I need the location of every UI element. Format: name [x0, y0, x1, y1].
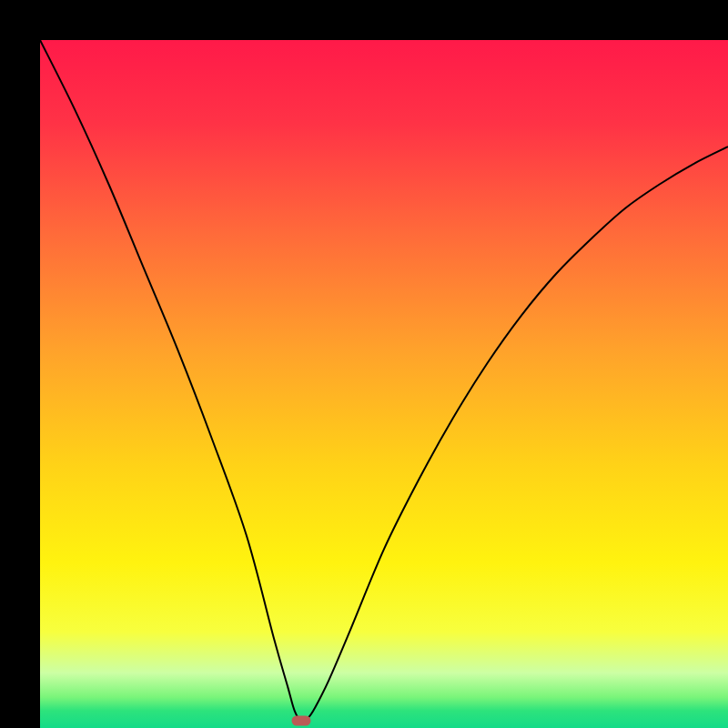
bottleneck-curve	[40, 40, 728, 728]
optimal-point-marker	[292, 716, 311, 726]
plot-area	[40, 40, 728, 728]
chart-frame	[0, 0, 728, 728]
